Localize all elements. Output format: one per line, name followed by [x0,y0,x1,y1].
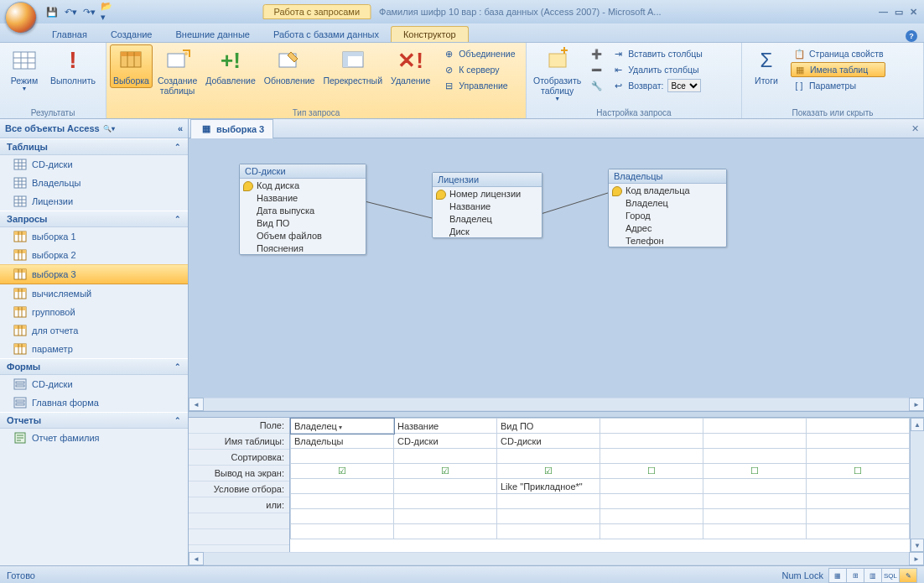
grid-cell[interactable] [703,419,807,434]
tab-design[interactable]: Конструктор [391,26,469,42]
scroll-right-icon[interactable]: ► [909,552,924,565]
run-button[interactable]: !Выполнить [47,44,99,88]
grid-cell[interactable] [291,479,394,494]
grid-cell[interactable] [807,419,910,434]
table-field[interactable]: Название [433,200,542,212]
grid-cell[interactable] [600,419,703,434]
grid-cell[interactable] [291,509,394,524]
table-box-licenses[interactable]: Лицензии Номер лицензииНазваниеВладелецД… [432,172,542,238]
scroll-down-icon[interactable]: ▼ [911,539,924,552]
nav-item[interactable]: вычисляемый [0,284,188,303]
splitter[interactable] [189,411,924,418]
nav-item[interactable]: выборка 2 [0,246,188,264]
grid-cell[interactable] [703,434,807,449]
tab-home[interactable]: Главная [40,27,99,42]
grid-cell[interactable] [807,509,910,524]
grid-cell[interactable]: CD-диски [394,434,497,449]
scroll-up-icon[interactable]: ▲ [911,418,924,431]
grid-cell[interactable]: Название [394,419,497,434]
union-button[interactable]: ⊕Объединение [440,46,517,61]
nav-header[interactable]: Все объекты Access🔍▾« [0,119,188,138]
nav-item[interactable]: групповой [0,303,188,321]
minimize-button[interactable]: — [879,7,888,18]
table-field[interactable]: Телефон [609,234,726,247]
collapse-icon[interactable]: « [178,123,183,133]
grid-cell[interactable] [600,524,703,539]
grid-cell[interactable] [291,494,394,509]
nav-category-queries[interactable]: Запросы⌃ [0,211,188,227]
nav-category-reports[interactable]: Отчеты⌃ [0,412,188,429]
table-field[interactable]: Дата выпуска [240,204,366,216]
grid-cell[interactable] [600,494,703,509]
showtable-button[interactable]: Отобразить таблицу▼ [530,44,584,104]
grid-cell[interactable]: ☐ [600,464,703,479]
builder-button[interactable]: 🔧 [588,78,605,93]
nav-category-tables[interactable]: Таблицы⌃ [0,138,188,155]
delete-button[interactable]: ✕!Удаление [387,44,433,88]
document-tab[interactable]: ▦выборка 3 [190,119,273,138]
tablenames-button[interactable]: ▦Имена таблиц [791,62,885,77]
grid-cell[interactable] [394,494,497,509]
grid-cell[interactable] [600,434,703,449]
sql-view-button[interactable]: SQL [882,569,900,582]
scroll-right-icon[interactable]: ► [909,398,924,411]
tab-external-data[interactable]: Внешние данные [164,27,262,42]
save-icon[interactable]: 💾 [45,5,59,18]
grid-cell[interactable] [703,479,807,494]
grid-cell[interactable] [807,494,910,509]
grid-cell[interactable]: CD-диски [497,434,600,449]
table-box-owners[interactable]: Владельцы Код владельцаВладелецГородАдре… [608,169,727,247]
table-field[interactable]: Пояснения [240,242,366,254]
designer-hscrollbar[interactable]: ◄► [189,398,924,411]
grid-cell[interactable] [497,509,600,524]
nav-item[interactable]: выборка 1 [0,227,188,246]
nav-category-forms[interactable]: Формы⌃ [0,358,188,375]
grid-cell[interactable] [291,524,394,539]
table-field[interactable]: Владелец [609,196,726,209]
design-view-button[interactable]: ✎ [900,569,916,582]
grid-cell[interactable] [497,524,600,539]
insertcols-button[interactable]: ⇥Вставить столбцы [610,46,704,61]
grid-cell[interactable] [497,449,600,464]
table-field[interactable]: Номер лицензии [433,187,542,200]
grid-cell[interactable] [807,479,910,494]
insertrows-button[interactable]: ➕ [588,46,605,61]
grid-cell[interactable] [600,449,703,464]
nav-item[interactable]: Владельцы [0,174,188,192]
grid-cell[interactable] [703,509,807,524]
table-field[interactable]: Объем файлов [240,229,366,242]
nav-item[interactable]: параметр [0,340,188,358]
grid-cell[interactable]: Like "Прикладное*" [497,479,600,494]
grid-cell[interactable]: ☑ [291,464,394,479]
grid-columns[interactable]: Владелец▾НазваниеВид ПОВладельцыCD-диски… [290,418,910,552]
table-field[interactable]: Адрес [609,221,726,234]
propsheet-button[interactable]: 📋Страница свойств [791,46,885,61]
grid-cell[interactable] [291,449,394,464]
passthrough-button[interactable]: ⊘К серверу [440,62,517,77]
return-select[interactable]: Все [667,79,701,92]
nav-item[interactable]: Главная форма [0,393,188,412]
grid-cell[interactable] [703,524,807,539]
grid-cell[interactable] [394,449,497,464]
undo-icon[interactable]: ↶▾ [64,5,77,18]
table-field[interactable]: Название [240,191,366,204]
deleterows-button[interactable]: ➖ [588,62,605,77]
nav-item[interactable]: Лицензии [0,192,188,211]
nav-item[interactable]: для отчета [0,321,188,340]
tab-create[interactable]: Создание [99,27,164,42]
office-button[interactable] [5,2,37,34]
grid-cell[interactable] [807,449,910,464]
pivotchart-view-button[interactable]: ▥ [864,569,882,582]
nav-item[interactable]: выборка 3 [0,264,188,284]
datadef-button[interactable]: ⊟Управление [440,78,517,93]
return-setting[interactable]: ↩Возврат: Все [610,78,704,93]
select-query-button[interactable]: Выборка [110,44,153,88]
table-field[interactable]: Владелец [433,212,542,225]
nav-item[interactable]: Отчет фамилия [0,429,188,447]
grid-cell[interactable] [497,494,600,509]
grid-cell[interactable]: ☑ [497,464,600,479]
datasheet-view-button[interactable]: ▦ [829,569,847,582]
view-button[interactable]: Режим▼ [3,44,45,94]
nav-item[interactable]: CD-диски [0,375,188,393]
grid-cell[interactable]: ☑ [394,464,497,479]
